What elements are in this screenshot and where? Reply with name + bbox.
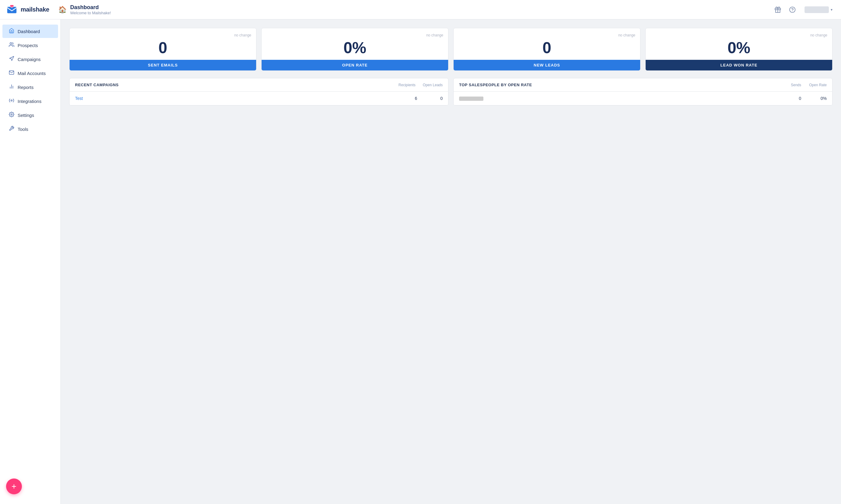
- top-salespeople-card: TOP SALESPEOPLE BY OPEN RATE Sends Open …: [453, 78, 833, 106]
- col-header-recipients: Recipients: [398, 83, 416, 87]
- reports-icon: [8, 84, 15, 90]
- sidebar: Dashboard Prospects Campaigns Mail Accou…: [0, 19, 61, 504]
- campaign-recipients-value: 6: [399, 96, 417, 101]
- table-row: Test 6 0: [70, 92, 448, 105]
- svg-point-7: [10, 42, 12, 44]
- tables-row: RECENT CAMPAIGNS Recipients Open Leads T…: [69, 78, 833, 106]
- fab-plus-icon: +: [12, 482, 16, 491]
- stat-card-open-rate-top: no change 0%: [262, 28, 448, 60]
- new-leads-value: 0: [458, 40, 635, 56]
- svg-rect-2: [10, 5, 13, 7]
- stat-card-open-rate: no change 0% OPEN RATE: [261, 28, 449, 71]
- recent-campaigns-header: RECENT CAMPAIGNS Recipients Open Leads: [70, 78, 448, 92]
- sidebar-item-prospects-label: Prospects: [18, 43, 38, 48]
- lead-won-rate-no-change: no change: [650, 33, 827, 37]
- sidebar-item-dashboard-label: Dashboard: [18, 29, 40, 34]
- salesperson-open-rate-value: 0%: [808, 96, 827, 101]
- header-nav: 🏠 Dashboard Welcome to Mailshake!: [58, 4, 773, 15]
- mail-accounts-icon: [8, 70, 15, 76]
- header-subtitle: Welcome to Mailshake!: [70, 11, 111, 15]
- sidebar-item-settings-label: Settings: [18, 113, 34, 118]
- sidebar-fab-area: +: [0, 474, 60, 499]
- svg-point-13: [11, 114, 13, 115]
- campaign-row-values: 6 0: [399, 96, 443, 101]
- gift-button[interactable]: [773, 5, 783, 15]
- open-rate-value: 0%: [266, 40, 443, 56]
- sidebar-item-mail-accounts-label: Mail Accounts: [18, 71, 46, 76]
- sent-emails-no-change: no change: [74, 33, 251, 37]
- app-layout: Dashboard Prospects Campaigns Mail Accou…: [0, 19, 841, 504]
- sidebar-item-settings[interactable]: Settings: [2, 108, 58, 122]
- salesperson-row-values: 0 0%: [783, 96, 827, 101]
- recent-campaigns-title: RECENT CAMPAIGNS: [75, 83, 398, 87]
- stat-card-lead-won-rate: no change 0% LEAD WON RATE: [645, 28, 833, 71]
- col-header-sends: Sends: [783, 83, 801, 87]
- sent-emails-value: 0: [74, 40, 251, 56]
- logo[interactable]: mailshake: [6, 4, 49, 16]
- sidebar-item-campaigns[interactable]: Campaigns: [2, 53, 58, 66]
- header-title-group: Dashboard Welcome to Mailshake!: [70, 4, 111, 15]
- stats-row: no change 0 SENT EMAILS no change 0% OPE…: [69, 28, 833, 71]
- main-content: no change 0 SENT EMAILS no change 0% OPE…: [61, 19, 841, 504]
- open-rate-label[interactable]: OPEN RATE: [262, 60, 448, 70]
- user-menu[interactable]: ▾: [802, 5, 835, 14]
- top-salespeople-header: TOP SALESPEOPLE BY OPEN RATE Sends Open …: [454, 78, 832, 92]
- svg-point-12: [11, 100, 13, 102]
- recent-campaigns-col-headers: Recipients Open Leads: [398, 83, 443, 87]
- stat-card-new-leads: no change 0 NEW LEADS: [453, 28, 641, 71]
- new-leads-label[interactable]: NEW LEADS: [454, 60, 640, 70]
- logo-text: mailshake: [21, 6, 49, 13]
- svg-rect-1: [7, 7, 16, 13]
- sidebar-item-prospects[interactable]: Prospects: [2, 39, 58, 52]
- stat-card-sent-emails-top: no change 0: [70, 28, 256, 60]
- salesperson-sends-value: 0: [783, 96, 801, 101]
- dashboard-nav-icon: 🏠: [58, 6, 67, 14]
- salesperson-name-blurred: [459, 96, 783, 101]
- sidebar-item-mail-accounts[interactable]: Mail Accounts: [2, 67, 58, 80]
- campaign-open-leads-value: 0: [424, 96, 443, 101]
- help-button[interactable]: [788, 5, 797, 15]
- help-icon: [789, 6, 796, 13]
- table-row: 0 0%: [454, 92, 832, 105]
- col-header-open-rate: Open Rate: [808, 83, 827, 87]
- sidebar-item-campaigns-label: Campaigns: [18, 57, 41, 62]
- top-salespeople-col-headers: Sends Open Rate: [783, 83, 827, 87]
- settings-icon: [8, 112, 15, 119]
- lead-won-rate-value: 0%: [650, 40, 827, 56]
- top-salespeople-title: TOP SALESPEOPLE BY OPEN RATE: [459, 83, 783, 87]
- sent-emails-label[interactable]: SENT EMAILS: [70, 60, 256, 70]
- sidebar-item-tools-label: Tools: [18, 127, 28, 132]
- lead-won-rate-label[interactable]: LEAD WON RATE: [646, 60, 832, 70]
- tools-icon: [8, 126, 15, 132]
- integrations-icon: [8, 98, 15, 105]
- mailshake-logo-icon: [6, 4, 18, 16]
- sidebar-item-integrations[interactable]: Integrations: [2, 94, 58, 108]
- user-avatar-blurred: [805, 6, 829, 13]
- header-title: Dashboard: [70, 4, 111, 11]
- header: mailshake 🏠 Dashboard Welcome to Mailsha…: [0, 0, 841, 19]
- svg-marker-8: [10, 56, 14, 61]
- sidebar-item-dashboard[interactable]: Dashboard: [2, 24, 58, 38]
- sidebar-item-integrations-label: Integrations: [18, 99, 41, 104]
- header-actions: ▾: [773, 5, 835, 15]
- sidebar-item-reports-label: Reports: [18, 85, 34, 90]
- recent-campaigns-card: RECENT CAMPAIGNS Recipients Open Leads T…: [69, 78, 449, 106]
- new-leads-no-change: no change: [458, 33, 635, 37]
- gift-icon: [774, 6, 781, 13]
- col-header-open-leads: Open Leads: [423, 83, 443, 87]
- stat-card-sent-emails: no change 0 SENT EMAILS: [69, 28, 257, 71]
- blurred-name: [459, 96, 484, 101]
- fab-add-button[interactable]: +: [6, 479, 22, 494]
- user-menu-chevron: ▾: [831, 7, 833, 12]
- campaigns-icon: [8, 56, 15, 62]
- open-rate-no-change: no change: [266, 33, 443, 37]
- prospects-icon: [8, 42, 15, 49]
- stat-card-new-leads-top: no change 0: [454, 28, 640, 60]
- stat-card-lead-won-rate-top: no change 0%: [646, 28, 832, 60]
- sidebar-item-reports[interactable]: Reports: [2, 80, 58, 94]
- dashboard-icon: [8, 28, 15, 35]
- campaign-name-test[interactable]: Test: [75, 96, 399, 101]
- sidebar-item-tools[interactable]: Tools: [2, 122, 58, 136]
